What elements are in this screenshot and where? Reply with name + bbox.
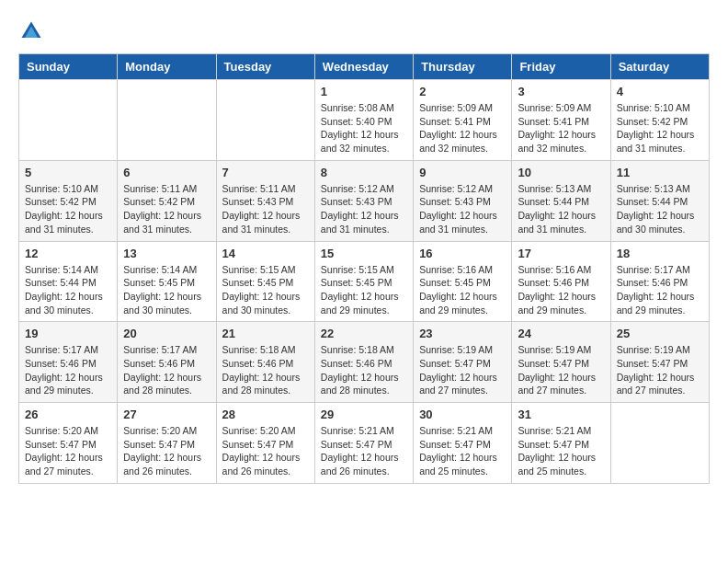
day-number: 5 bbox=[25, 166, 111, 179]
calendar-cell: 21Sunrise: 5:18 AM Sunset: 5:46 PM Dayli… bbox=[216, 322, 314, 403]
day-number: 8 bbox=[321, 166, 407, 179]
page-header bbox=[18, 18, 710, 44]
calendar-cell: 9Sunrise: 5:12 AM Sunset: 5:43 PM Daylig… bbox=[414, 160, 512, 241]
day-info: Sunrise: 5:21 AM Sunset: 5:47 PM Dayligh… bbox=[419, 424, 506, 478]
day-number: 25 bbox=[617, 327, 703, 340]
weekday-header: Sunday bbox=[19, 54, 118, 80]
day-number: 21 bbox=[222, 327, 309, 340]
day-info: Sunrise: 5:10 AM Sunset: 5:42 PM Dayligh… bbox=[617, 101, 703, 155]
calendar-cell: 17Sunrise: 5:16 AM Sunset: 5:46 PM Dayli… bbox=[512, 241, 610, 322]
calendar-cell: 2Sunrise: 5:09 AM Sunset: 5:41 PM Daylig… bbox=[414, 80, 512, 161]
day-number: 17 bbox=[518, 247, 604, 260]
calendar-cell: 24Sunrise: 5:19 AM Sunset: 5:47 PM Dayli… bbox=[512, 322, 610, 403]
day-info: Sunrise: 5:18 AM Sunset: 5:46 PM Dayligh… bbox=[321, 343, 407, 397]
calendar-cell: 27Sunrise: 5:20 AM Sunset: 5:47 PM Dayli… bbox=[118, 403, 216, 484]
day-info: Sunrise: 5:12 AM Sunset: 5:43 PM Dayligh… bbox=[321, 182, 407, 236]
calendar-cell: 12Sunrise: 5:14 AM Sunset: 5:44 PM Dayli… bbox=[19, 241, 118, 322]
calendar-cell: 20Sunrise: 5:17 AM Sunset: 5:46 PM Dayli… bbox=[118, 322, 216, 403]
weekday-header: Wednesday bbox=[314, 54, 413, 80]
day-info: Sunrise: 5:11 AM Sunset: 5:42 PM Dayligh… bbox=[123, 182, 210, 236]
day-info: Sunrise: 5:12 AM Sunset: 5:43 PM Dayligh… bbox=[419, 182, 506, 236]
day-number: 29 bbox=[321, 408, 407, 421]
calendar-cell: 1Sunrise: 5:08 AM Sunset: 5:40 PM Daylig… bbox=[314, 80, 413, 161]
weekday-header: Tuesday bbox=[216, 54, 314, 80]
calendar-cell bbox=[19, 80, 118, 161]
day-info: Sunrise: 5:18 AM Sunset: 5:46 PM Dayligh… bbox=[222, 343, 309, 397]
calendar-cell bbox=[216, 80, 314, 161]
calendar-cell: 25Sunrise: 5:19 AM Sunset: 5:47 PM Dayli… bbox=[610, 322, 709, 403]
day-info: Sunrise: 5:17 AM Sunset: 5:46 PM Dayligh… bbox=[123, 343, 210, 397]
day-info: Sunrise: 5:13 AM Sunset: 5:44 PM Dayligh… bbox=[518, 182, 604, 236]
day-number: 19 bbox=[25, 327, 111, 340]
calendar-week-row: 5Sunrise: 5:10 AM Sunset: 5:42 PM Daylig… bbox=[19, 160, 710, 241]
calendar-cell: 13Sunrise: 5:14 AM Sunset: 5:45 PM Dayli… bbox=[118, 241, 216, 322]
day-number: 1 bbox=[321, 85, 407, 98]
day-number: 12 bbox=[25, 247, 111, 260]
day-number: 31 bbox=[518, 408, 604, 421]
day-number: 30 bbox=[419, 408, 506, 421]
day-number: 26 bbox=[25, 408, 111, 421]
calendar-cell: 3Sunrise: 5:09 AM Sunset: 5:41 PM Daylig… bbox=[512, 80, 610, 161]
day-number: 7 bbox=[222, 166, 309, 179]
day-number: 22 bbox=[321, 327, 407, 340]
calendar-cell: 8Sunrise: 5:12 AM Sunset: 5:43 PM Daylig… bbox=[314, 160, 413, 241]
day-info: Sunrise: 5:20 AM Sunset: 5:47 PM Dayligh… bbox=[123, 424, 210, 478]
day-info: Sunrise: 5:17 AM Sunset: 5:46 PM Dayligh… bbox=[25, 343, 111, 397]
calendar-cell: 26Sunrise: 5:20 AM Sunset: 5:47 PM Dayli… bbox=[19, 403, 118, 484]
day-info: Sunrise: 5:20 AM Sunset: 5:47 PM Dayligh… bbox=[25, 424, 111, 478]
calendar-cell bbox=[610, 403, 709, 484]
calendar-cell: 23Sunrise: 5:19 AM Sunset: 5:47 PM Dayli… bbox=[414, 322, 512, 403]
day-number: 20 bbox=[123, 327, 210, 340]
day-number: 13 bbox=[123, 247, 210, 260]
calendar-cell: 31Sunrise: 5:21 AM Sunset: 5:47 PM Dayli… bbox=[512, 403, 610, 484]
day-number: 6 bbox=[123, 166, 210, 179]
calendar-cell: 29Sunrise: 5:21 AM Sunset: 5:47 PM Dayli… bbox=[314, 403, 413, 484]
day-number: 23 bbox=[419, 327, 506, 340]
day-info: Sunrise: 5:16 AM Sunset: 5:46 PM Dayligh… bbox=[518, 263, 604, 317]
day-number: 28 bbox=[222, 408, 309, 421]
day-number: 10 bbox=[518, 166, 604, 179]
calendar-header-row: SundayMondayTuesdayWednesdayThursdayFrid… bbox=[19, 54, 710, 80]
day-info: Sunrise: 5:15 AM Sunset: 5:45 PM Dayligh… bbox=[321, 263, 407, 317]
calendar-cell: 14Sunrise: 5:15 AM Sunset: 5:45 PM Dayli… bbox=[216, 241, 314, 322]
calendar-cell: 11Sunrise: 5:13 AM Sunset: 5:44 PM Dayli… bbox=[610, 160, 709, 241]
day-number: 24 bbox=[518, 327, 604, 340]
calendar-week-row: 1Sunrise: 5:08 AM Sunset: 5:40 PM Daylig… bbox=[19, 80, 710, 161]
weekday-header: Saturday bbox=[610, 54, 709, 80]
calendar-cell: 16Sunrise: 5:16 AM Sunset: 5:45 PM Dayli… bbox=[414, 241, 512, 322]
logo-icon bbox=[18, 18, 44, 44]
day-info: Sunrise: 5:19 AM Sunset: 5:47 PM Dayligh… bbox=[419, 343, 506, 397]
day-number: 18 bbox=[617, 247, 703, 260]
calendar-cell: 30Sunrise: 5:21 AM Sunset: 5:47 PM Dayli… bbox=[414, 403, 512, 484]
day-info: Sunrise: 5:08 AM Sunset: 5:40 PM Dayligh… bbox=[321, 101, 407, 155]
day-info: Sunrise: 5:19 AM Sunset: 5:47 PM Dayligh… bbox=[518, 343, 604, 397]
day-info: Sunrise: 5:10 AM Sunset: 5:42 PM Dayligh… bbox=[25, 182, 111, 236]
day-info: Sunrise: 5:19 AM Sunset: 5:47 PM Dayligh… bbox=[617, 343, 703, 397]
day-number: 14 bbox=[222, 247, 309, 260]
day-info: Sunrise: 5:11 AM Sunset: 5:43 PM Dayligh… bbox=[222, 182, 309, 236]
calendar-week-row: 19Sunrise: 5:17 AM Sunset: 5:46 PM Dayli… bbox=[19, 322, 710, 403]
calendar-table: SundayMondayTuesdayWednesdayThursdayFrid… bbox=[18, 53, 710, 484]
calendar-cell: 5Sunrise: 5:10 AM Sunset: 5:42 PM Daylig… bbox=[19, 160, 118, 241]
day-info: Sunrise: 5:15 AM Sunset: 5:45 PM Dayligh… bbox=[222, 263, 309, 317]
day-info: Sunrise: 5:13 AM Sunset: 5:44 PM Dayligh… bbox=[617, 182, 703, 236]
weekday-header: Friday bbox=[512, 54, 610, 80]
day-number: 15 bbox=[321, 247, 407, 260]
day-number: 16 bbox=[419, 247, 506, 260]
day-info: Sunrise: 5:21 AM Sunset: 5:47 PM Dayligh… bbox=[321, 424, 407, 478]
logo bbox=[18, 18, 48, 44]
calendar-cell: 6Sunrise: 5:11 AM Sunset: 5:42 PM Daylig… bbox=[118, 160, 216, 241]
calendar-cell: 15Sunrise: 5:15 AM Sunset: 5:45 PM Dayli… bbox=[314, 241, 413, 322]
day-info: Sunrise: 5:09 AM Sunset: 5:41 PM Dayligh… bbox=[419, 101, 506, 155]
day-info: Sunrise: 5:14 AM Sunset: 5:45 PM Dayligh… bbox=[123, 263, 210, 317]
calendar-cell: 18Sunrise: 5:17 AM Sunset: 5:46 PM Dayli… bbox=[610, 241, 709, 322]
day-number: 3 bbox=[518, 85, 604, 98]
day-info: Sunrise: 5:20 AM Sunset: 5:47 PM Dayligh… bbox=[222, 424, 309, 478]
calendar-week-row: 12Sunrise: 5:14 AM Sunset: 5:44 PM Dayli… bbox=[19, 241, 710, 322]
day-info: Sunrise: 5:09 AM Sunset: 5:41 PM Dayligh… bbox=[518, 101, 604, 155]
day-info: Sunrise: 5:14 AM Sunset: 5:44 PM Dayligh… bbox=[25, 263, 111, 317]
weekday-header: Monday bbox=[118, 54, 216, 80]
day-info: Sunrise: 5:21 AM Sunset: 5:47 PM Dayligh… bbox=[518, 424, 604, 478]
calendar-cell: 28Sunrise: 5:20 AM Sunset: 5:47 PM Dayli… bbox=[216, 403, 314, 484]
day-info: Sunrise: 5:17 AM Sunset: 5:46 PM Dayligh… bbox=[617, 263, 703, 317]
